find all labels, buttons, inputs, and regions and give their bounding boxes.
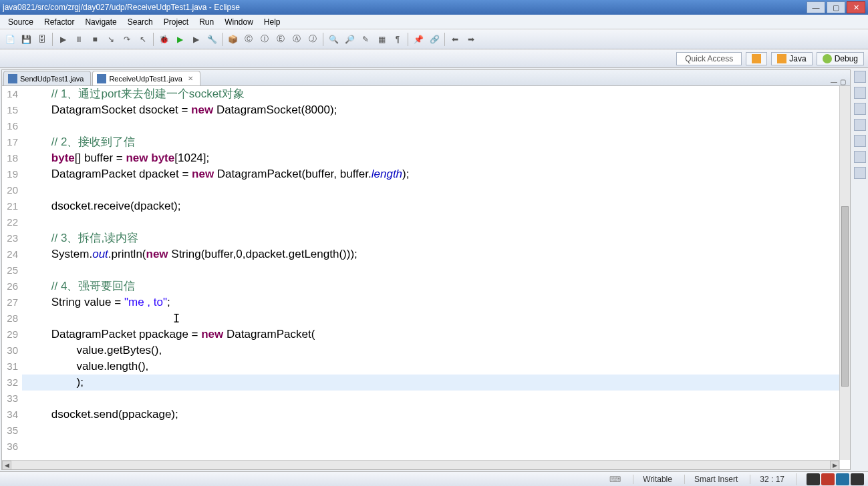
debug-resume-icon[interactable]: ▶ bbox=[55, 32, 70, 47]
new-interface-icon[interactable]: Ⓘ bbox=[257, 32, 272, 47]
task-list-icon[interactable] bbox=[854, 87, 866, 99]
debug-button[interactable]: 🐞 bbox=[156, 32, 171, 47]
editor-tabs: SendUdpTest1.java ReceiveUdpTest1.java ✕… bbox=[2, 70, 850, 86]
toolbar-separator bbox=[222, 33, 223, 46]
minimize-view-icon[interactable]: — bbox=[831, 78, 837, 85]
status-cursor-position: 32 : 17 bbox=[750, 475, 784, 484]
line-number-gutter: 1415161718192021222324252627282930313233… bbox=[2, 86, 22, 469]
open-type-icon[interactable]: 🔍 bbox=[326, 32, 341, 47]
java-file-icon bbox=[8, 74, 17, 83]
forward-icon[interactable]: ➡ bbox=[464, 32, 478, 47]
new-enum-icon[interactable]: Ⓔ bbox=[273, 32, 288, 47]
new-icon[interactable]: 📄 bbox=[3, 32, 17, 47]
javadoc-view-icon[interactable] bbox=[854, 135, 866, 147]
run-last-icon[interactable]: ▶ bbox=[188, 32, 203, 47]
menu-window[interactable]: Window bbox=[219, 16, 259, 28]
menu-navigate[interactable]: Navigate bbox=[80, 16, 122, 28]
debug-perspective-label: Debug bbox=[835, 54, 858, 63]
menu-search[interactable]: Search bbox=[122, 16, 158, 28]
link-editor-icon[interactable]: 🔗 bbox=[427, 32, 442, 47]
menu-source[interactable]: Source bbox=[3, 16, 39, 28]
editor-tab-controls: — ▢ bbox=[831, 78, 850, 85]
declaration-view-icon[interactable] bbox=[854, 119, 866, 131]
debug-perspective-icon bbox=[823, 54, 832, 63]
debug-perspective-button[interactable]: Debug bbox=[817, 52, 864, 65]
toggle-block-icon[interactable]: ▦ bbox=[374, 32, 389, 47]
window-title: java0821/src/com/zrgj/day027/udp/Receive… bbox=[3, 3, 807, 12]
ime-input-icon[interactable] bbox=[821, 473, 835, 485]
ime-tray bbox=[797, 473, 864, 485]
close-icon[interactable]: ✕ bbox=[188, 75, 193, 82]
step-into-icon[interactable]: ↘ bbox=[104, 32, 118, 47]
vertical-scrollbar[interactable] bbox=[839, 86, 850, 460]
problems-view-icon[interactable] bbox=[854, 103, 866, 115]
perspective-bar: Quick Access Java Debug bbox=[0, 49, 868, 68]
save-all-icon[interactable]: 🗄 bbox=[35, 32, 49, 47]
scrollbar-thumb[interactable] bbox=[841, 206, 849, 387]
status-bar: ⌨ Writable Smart Insert 32 : 17 bbox=[0, 471, 868, 486]
tab-sendudp[interactable]: SendUdpTest1.java bbox=[3, 71, 91, 85]
menu-project[interactable]: Project bbox=[158, 16, 194, 28]
minimize-button[interactable]: — bbox=[807, 1, 825, 13]
code-editor[interactable]: // 1、通过port来去创建一个socket对象 DatagramSocket… bbox=[22, 86, 839, 469]
ime-help-icon[interactable] bbox=[836, 473, 849, 485]
toolbar-separator bbox=[52, 33, 53, 46]
outline-view-icon[interactable] bbox=[854, 71, 866, 83]
step-over-icon[interactable]: ↷ bbox=[120, 32, 134, 47]
tab-receiveudp[interactable]: ReceiveUdpTest1.java ✕ bbox=[92, 71, 200, 85]
debug-stop-icon[interactable]: ■ bbox=[88, 32, 102, 47]
new-junit-icon[interactable]: Ⓙ bbox=[305, 32, 320, 47]
java-perspective-label: Java bbox=[789, 54, 806, 63]
toolbar-separator bbox=[444, 33, 445, 46]
toggle-mark-icon[interactable]: ✎ bbox=[358, 32, 373, 47]
debug-pause-icon[interactable]: ⏸ bbox=[71, 32, 86, 47]
horizontal-scrollbar[interactable]: ◀ ▶ bbox=[2, 460, 839, 469]
menu-bar: Source Refactor Navigate Search Project … bbox=[0, 15, 868, 29]
maximize-view-icon[interactable]: ▢ bbox=[840, 78, 846, 85]
ime-icon[interactable] bbox=[807, 473, 820, 485]
editor-area: SendUdpTest1.java ReceiveUdpTest1.java ✕… bbox=[1, 69, 851, 470]
toolbar-separator bbox=[323, 33, 323, 46]
toolbar-separator bbox=[408, 33, 408, 46]
workspace: SendUdpTest1.java ReceiveUdpTest1.java ✕… bbox=[0, 68, 868, 471]
save-icon[interactable]: 💾 bbox=[19, 32, 33, 47]
new-class-icon[interactable]: Ⓒ bbox=[241, 32, 256, 47]
close-button[interactable]: ✕ bbox=[847, 1, 865, 13]
new-package-icon[interactable]: 📦 bbox=[225, 32, 240, 47]
java-perspective-button[interactable]: Java bbox=[771, 52, 812, 65]
code-container: 1415161718192021222324252627282930313233… bbox=[2, 86, 850, 469]
console-view-icon[interactable] bbox=[854, 151, 866, 163]
run-button[interactable]: ▶ bbox=[172, 32, 187, 47]
new-annotation-icon[interactable]: Ⓐ bbox=[289, 32, 304, 47]
pin-icon[interactable]: 📌 bbox=[411, 32, 426, 47]
window-controls: — ▢ ✕ bbox=[807, 1, 865, 13]
menu-run[interactable]: Run bbox=[194, 16, 219, 28]
status-writable: Writable bbox=[633, 475, 672, 484]
title-bar: java0821/src/com/zrgj/day027/udp/Receive… bbox=[0, 0, 868, 15]
tab-label: ReceiveUdpTest1.java bbox=[109, 75, 182, 83]
step-return-icon[interactable]: ↖ bbox=[136, 32, 150, 47]
menu-refactor[interactable]: Refactor bbox=[39, 16, 80, 28]
back-icon[interactable]: ⬅ bbox=[448, 32, 462, 47]
scroll-right-icon[interactable]: ▶ bbox=[830, 461, 839, 470]
status-insert-mode: Smart Insert bbox=[684, 475, 738, 484]
quick-access-input[interactable]: Quick Access bbox=[676, 52, 742, 65]
toolbar-separator bbox=[153, 33, 154, 46]
ime-settings-icon[interactable] bbox=[851, 473, 864, 485]
type-hierarchy-icon[interactable] bbox=[854, 167, 866, 179]
toolbar: 📄 💾 🗄 ▶ ⏸ ■ ↘ ↷ ↖ 🐞 ▶ ▶ 🔧 📦 Ⓒ Ⓘ Ⓔ Ⓐ Ⓙ 🔍 … bbox=[0, 29, 868, 49]
tab-label: SendUdpTest1.java bbox=[20, 75, 84, 83]
maximize-button[interactable]: ▢ bbox=[827, 1, 845, 13]
scroll-track[interactable] bbox=[11, 461, 830, 469]
search-icon[interactable]: 🔎 bbox=[342, 32, 357, 47]
show-whitespace-icon[interactable]: ¶ bbox=[390, 32, 405, 47]
scroll-left-icon[interactable]: ◀ bbox=[2, 461, 11, 470]
menu-help[interactable]: Help bbox=[259, 16, 286, 28]
keyboard-shortcut-icon[interactable]: ⌨ bbox=[609, 475, 621, 484]
right-view-strip bbox=[852, 68, 868, 471]
open-perspective-button[interactable] bbox=[746, 52, 767, 65]
perspective-icon bbox=[752, 54, 761, 63]
java-file-icon bbox=[97, 74, 106, 83]
java-perspective-icon bbox=[777, 54, 786, 63]
external-tools-icon[interactable]: 🔧 bbox=[204, 32, 219, 47]
